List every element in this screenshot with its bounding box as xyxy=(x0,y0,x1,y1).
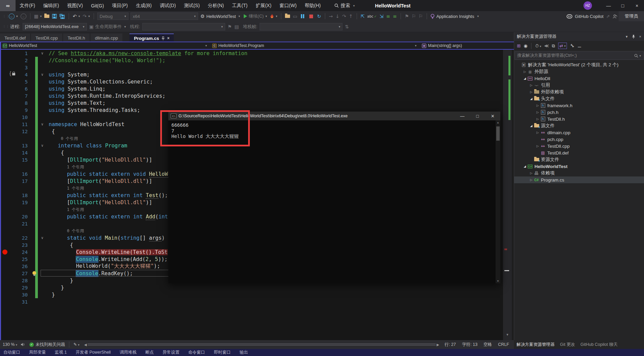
bottom-tab-输出[interactable]: 输出 xyxy=(240,350,248,355)
whitespace-indicator[interactable]: 空格 xyxy=(483,342,492,348)
breakpoint-margin[interactable] xyxy=(0,156,9,163)
breakpoint-margin[interactable] xyxy=(0,234,9,241)
search-icon[interactable] xyxy=(634,54,638,58)
code-text[interactable]: 0 个引用 xyxy=(47,228,84,234)
bottom-tab-异常设置[interactable]: 异常设置 xyxy=(163,350,180,355)
line-ending-indicator[interactable]: CRLF xyxy=(498,342,509,347)
panel-tab-Git 更改[interactable]: Git 更改 xyxy=(557,342,578,348)
tab-TestDll.cpp[interactable]: TestDll.cpp xyxy=(31,33,62,42)
preview-icon[interactable]: ⚊ xyxy=(577,43,581,48)
code-text[interactable]: using System.Threading.Tasks; xyxy=(47,107,140,113)
code-text[interactable]: HelloWorld("大大大大大猩猩"); xyxy=(47,263,160,270)
code-text[interactable]: 0 个引用 xyxy=(47,135,78,142)
breakpoint-margin[interactable] xyxy=(0,50,9,57)
toolbar-grip[interactable]: ⋮⋮ xyxy=(3,16,6,17)
code-row[interactable]: 29} xyxy=(0,284,503,291)
code-text[interactable]: public static extern void HelloWo xyxy=(47,171,171,177)
bottom-tab-自动窗口[interactable]: 自动窗口 xyxy=(3,350,20,355)
code-text[interactable]: using System; xyxy=(47,72,90,78)
save-all-button[interactable] xyxy=(58,13,66,20)
lifecycle-events-button[interactable]: ▣生命周期事件▾ xyxy=(88,23,127,30)
menu-item[interactable]: 调试(D) xyxy=(156,0,180,11)
code-text[interactable]: namespace HelloWorldTest xyxy=(47,121,124,127)
code-text[interactable]: { xyxy=(47,242,73,248)
toolbar-grip[interactable]: ⋮⋮ xyxy=(3,26,6,27)
breakpoint-margin[interactable] xyxy=(0,199,9,206)
document-health-indicator[interactable]: ✓ 未找到相关问题 xyxy=(29,342,65,348)
maximize-button[interactable]: □ xyxy=(616,0,630,11)
pin-icon[interactable] xyxy=(159,37,165,40)
tree-item-外部源[interactable]: ▷▥外部源 xyxy=(514,68,644,75)
code-text[interactable]: } xyxy=(47,285,64,291)
breadcrumb-type[interactable]: C HelloWorldTest.Program ▾ xyxy=(210,42,419,49)
stack-frame-combo[interactable]: ▾ xyxy=(260,23,342,30)
wrench-icon[interactable]: 🔧︎ xyxy=(570,43,574,48)
scroll-thumb[interactable] xyxy=(496,126,500,141)
horizontal-scrollbar[interactable] xyxy=(88,342,436,347)
breakpoint-margin[interactable] xyxy=(0,121,9,128)
minimize-button[interactable]: — xyxy=(601,0,616,11)
properties-icon[interactable]: ⧉ xyxy=(552,43,555,49)
share-button[interactable]: ⇗ xyxy=(605,13,611,20)
line-list-2-button[interactable]: ≡ xyxy=(391,13,398,20)
breakpoint-margin[interactable] xyxy=(0,78,9,85)
switch-views-icon[interactable]: ⊞ xyxy=(517,43,521,48)
close-icon[interactable]: × xyxy=(167,36,169,41)
menu-item[interactable]: 生成(B) xyxy=(132,0,156,11)
new-project-button[interactable]: ▦▾ xyxy=(33,13,43,20)
code-row[interactable]: 8using System.Text; xyxy=(0,99,503,106)
collapse-arrow-icon[interactable]: ◢ xyxy=(529,97,533,100)
breakpoint-margin[interactable] xyxy=(0,170,9,177)
code-text[interactable]: [DllImport("HelloDll.dll")] xyxy=(47,199,152,206)
breakpoint-margin[interactable] xyxy=(0,149,9,156)
expand-arrow-icon[interactable]: ▷ xyxy=(529,178,533,182)
code-text[interactable]: using System.Collections.Generic; xyxy=(47,79,153,85)
breakpoint-margin[interactable] xyxy=(0,92,9,99)
tree-item-pch.cpp[interactable]: ++pch.cpp xyxy=(514,136,644,143)
tree-item-TestDll.h[interactable]: ▷hTestDll.h xyxy=(514,116,644,122)
code-row[interactable]: 4∨using System; xyxy=(0,71,503,78)
undo-button[interactable]: ↶▾ xyxy=(71,13,81,20)
tab-TestDll.def[interactable]: TestDll.def xyxy=(0,33,30,42)
code-row[interactable]: 3 xyxy=(0,64,503,71)
tab-Program.cs[interactable]: Program.cs× xyxy=(129,33,174,42)
code-row[interactable]: 31 xyxy=(0,298,503,305)
breakpoint-margin[interactable] xyxy=(0,128,9,135)
code-text[interactable]: //Console.WriteLine("Hello, World!"); xyxy=(47,57,165,64)
code-text[interactable]: [DllImport("HelloDll.dll")] xyxy=(47,157,152,163)
chevron-down-icon[interactable]: ▾ xyxy=(626,34,628,39)
breakpoint-margin[interactable] xyxy=(0,142,9,149)
tab-dllmain.cpp[interactable]: dllmain.cpp xyxy=(91,33,122,42)
code-text[interactable]: using System.Linq; xyxy=(47,86,105,92)
breakpoint-margin[interactable] xyxy=(0,220,9,227)
breakpoint-margin[interactable] xyxy=(0,135,9,142)
show-diagnostics-button[interactable] xyxy=(284,14,291,19)
next-bookmark-button[interactable]: ⚐ xyxy=(417,13,424,20)
code-text[interactable]: Console.WriteLine(Test().ToSt xyxy=(47,249,168,255)
open-file-button[interactable] xyxy=(43,14,51,19)
tree-item-TestDll.def[interactable]: ▤TestDll.def xyxy=(514,149,644,156)
app-insights-button[interactable]: Application Insights▾ xyxy=(429,13,480,20)
bottom-tab-局部变量[interactable]: 局部变量 xyxy=(29,350,46,355)
user-avatar[interactable]: HZ xyxy=(583,1,592,10)
line-list-button[interactable]: ≡ xyxy=(385,13,391,20)
selection-button[interactable]: ⇲ xyxy=(378,13,385,20)
navigate-forward-button[interactable]: → xyxy=(19,13,28,20)
code-row[interactable]: 5using System.Collections.Generic; xyxy=(0,78,503,85)
lightbulb-icon[interactable] xyxy=(32,271,36,275)
tree-item-pch.h[interactable]: ▷hpch.h xyxy=(514,109,644,116)
code-text[interactable]: } xyxy=(47,292,55,298)
expand-arrow-icon[interactable]: ▷ xyxy=(529,90,533,94)
scroll-left-icon[interactable]: ◀ xyxy=(84,343,87,347)
breakpoint-margin[interactable] xyxy=(0,64,9,71)
breakpoint-margin[interactable] xyxy=(0,192,9,199)
console-minimize-button[interactable]: — xyxy=(455,112,470,120)
console-scrollbar[interactable]: ▲ ▼ xyxy=(496,120,500,283)
zoom-control[interactable]: 130 %▾ xyxy=(3,342,17,347)
code-row[interactable]: 7using System.Runtime.InteropServices; xyxy=(0,92,503,99)
scroll-up-icon[interactable]: ▲ xyxy=(496,121,500,124)
solution-search-input[interactable]: 搜索解决方案资源管理器(Ctrl+;) ▾ xyxy=(515,51,644,60)
fold-toggle[interactable]: ∨ xyxy=(38,236,47,240)
code-row[interactable]: 30} xyxy=(0,291,503,298)
menu-item[interactable]: 编辑(E) xyxy=(39,0,63,11)
